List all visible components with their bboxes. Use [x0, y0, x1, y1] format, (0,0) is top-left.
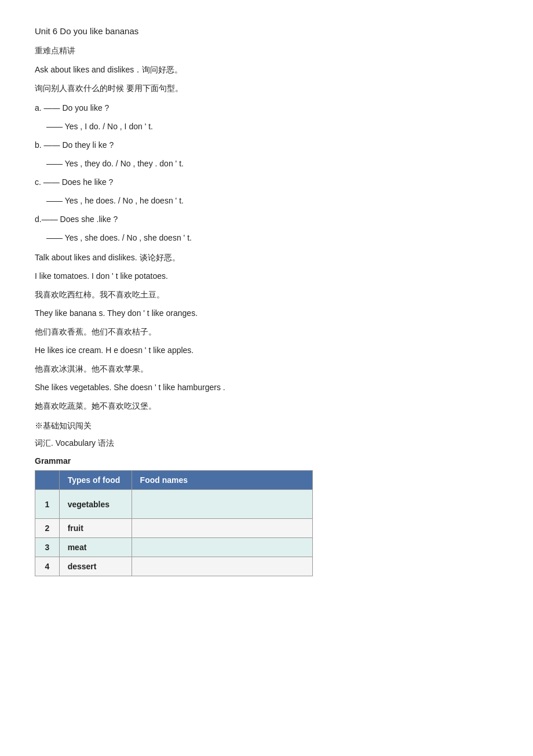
table-row: 3 meat — [35, 538, 313, 557]
row-4-names — [132, 557, 312, 576]
row-1-names — [132, 490, 312, 519]
row-1-type: vegetables — [59, 490, 132, 519]
example-3-zh: 他喜欢冰淇淋。他不喜欢苹果。 — [35, 361, 498, 377]
talk-label: Talk about likes and dislikes. 谈论好恶。 — [35, 249, 498, 266]
example-4-zh: 她喜欢吃蔬菜。她不喜欢吃汉堡。 — [35, 398, 498, 414]
pattern-b-a: —— Yes , they do. / No , they . don ' t. — [46, 155, 498, 172]
key-points: 重难点精讲 — [35, 43, 498, 58]
pattern-d-a: —— Yes , she does. / No , she doesn ' t. — [46, 230, 498, 246]
col-names: Food names — [132, 471, 312, 490]
unit-title: Unit 6 Do you like bananas — [35, 23, 498, 39]
pattern-c-a: —— Yes , he does. / No , he doesn ' t. — [46, 192, 498, 209]
pattern-d-q: d.—— Does she .like ? — [35, 211, 498, 227]
row-4-type: dessert — [59, 557, 132, 576]
row-2-names — [132, 519, 312, 538]
pattern-b-q: b. —— Do they li ke ? — [35, 137, 498, 153]
row-2-num: 2 — [35, 519, 60, 538]
table-row: 2 fruit — [35, 519, 313, 538]
table-header-row: Types of food Food names — [35, 471, 313, 490]
example-3-en: He likes ice cream. H e doesn ' t like a… — [35, 342, 498, 358]
row-2-type: fruit — [59, 519, 132, 538]
patterns-section: a. —— Do you like ? —— Yes , I do. / No … — [35, 100, 498, 246]
food-table: Types of food Food names 1 vegetables 2 … — [35, 470, 313, 576]
example-2-en: They like banana s. They don ' t like or… — [35, 305, 498, 321]
pattern-a-a: —— Yes , I do. / No , I don ' t. — [46, 118, 498, 135]
vocab-line: 词汇. Vocabulary 语法 — [35, 436, 498, 450]
col-num — [35, 471, 60, 490]
row-3-names — [132, 538, 312, 557]
basics-label: ※基础知识闯关 — [35, 417, 498, 434]
example-1-en: I like tomatoes. I don ' t like potatoes… — [35, 268, 498, 284]
row-4-num: 4 — [35, 557, 60, 576]
col-types: Types of food — [59, 471, 132, 490]
row-1-num: 1 — [35, 490, 60, 519]
intro2: 询问别人喜欢什么的时候 要用下面句型。 — [35, 80, 498, 96]
pattern-c-q: c. —— Does he like ? — [35, 174, 498, 190]
example-2-zh: 他们喜欢香蕉。他们不喜欢桔子。 — [35, 324, 498, 340]
row-3-type: meat — [59, 538, 132, 557]
example-1-zh: 我喜欢吃西红柿。我不喜欢吃土豆。 — [35, 286, 498, 303]
pattern-a-q: a. —— Do you like ? — [35, 100, 498, 116]
table-row: 1 vegetables — [35, 490, 313, 519]
example-4-en: She likes vegetables. She doesn ' t like… — [35, 379, 498, 395]
intro1: Ask about likes and dislikes．询问好恶。 — [35, 61, 498, 78]
table-row: 4 dessert — [35, 557, 313, 576]
grammar-label: Grammar — [35, 456, 498, 466]
row-3-num: 3 — [35, 538, 60, 557]
